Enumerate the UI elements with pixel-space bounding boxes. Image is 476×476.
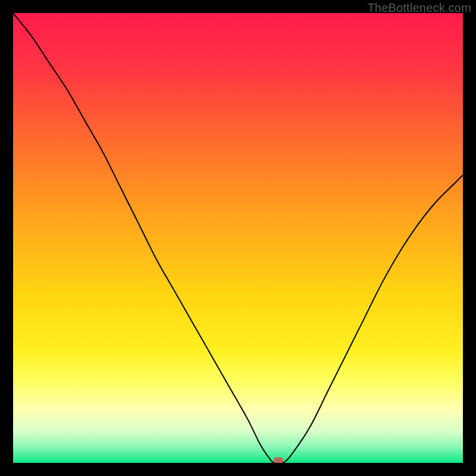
optimum-marker <box>274 458 283 463</box>
plot-area <box>13 13 463 463</box>
bottleneck-curve <box>13 13 463 463</box>
chart-frame: TheBottleneck.com <box>0 0 476 476</box>
